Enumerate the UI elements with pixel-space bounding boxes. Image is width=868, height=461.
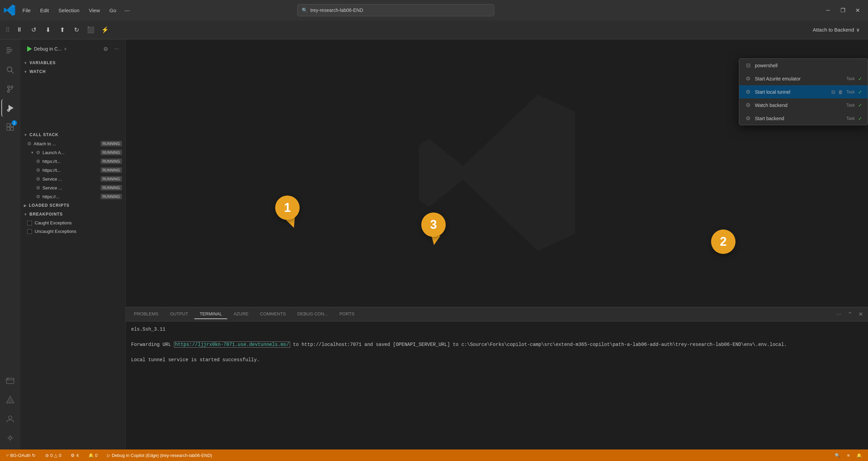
- terminal-more-button[interactable]: ···: [834, 310, 844, 319]
- tab-ports[interactable]: PORTS: [334, 309, 360, 319]
- titlebar-search-bar[interactable]: 🔍 trey-research-lab06-END: [297, 4, 494, 16]
- uncaught-exceptions-checkbox[interactable]: [27, 229, 32, 234]
- terminal-maximize-button[interactable]: ⌃: [845, 310, 854, 319]
- dropdown-tag: Task: [846, 90, 855, 94]
- step-into-button[interactable]: ⬆: [56, 24, 68, 35]
- call-stack-item[interactable]: ⚙ https://t... RUNNING: [20, 166, 125, 174]
- activity-source-control[interactable]: [1, 80, 19, 98]
- menu-selection[interactable]: Selection: [54, 6, 84, 15]
- activity-remote-explorer[interactable]: [1, 372, 19, 390]
- terminal-panel: PROBLEMS OUTPUT TERMINAL AZURE COMMENTS …: [126, 307, 868, 449]
- breakpoints-section-header[interactable]: ▼ BREAKPOINTS: [20, 210, 125, 219]
- activity-settings[interactable]: [1, 429, 19, 447]
- minimize-button[interactable]: ─: [821, 4, 835, 16]
- svg-point-21: [8, 416, 12, 419]
- terminal-url-link[interactable]: https://ljjrx0kn-7071.use.devtunnels.ms/: [174, 342, 290, 348]
- dropdown-item-start-local-tunnel[interactable]: ⚙ Start local tunnel ⊟ 🗑 Task ✓: [739, 85, 868, 98]
- chevron-down-icon: ∨: [64, 47, 67, 51]
- caught-exceptions-checkbox[interactable]: [27, 221, 32, 225]
- debug-configuration-select[interactable]: Attach to Backend ∨: [810, 25, 863, 34]
- status-zoom-button[interactable]: 🔍: [833, 452, 842, 459]
- terminal-dropdown-menu: ⊟ powershell ⚙ Start Azurite emulator Ta…: [739, 58, 868, 125]
- debug-info-label: Debug in Copilot (Edge) (trey-research-l…: [112, 453, 212, 458]
- tab-output[interactable]: OUTPUT: [164, 309, 193, 319]
- tab-problems[interactable]: PROBLEMS: [128, 309, 164, 319]
- activity-run-debug[interactable]: [1, 99, 19, 117]
- call-stack-item-label: https://t...: [42, 159, 99, 164]
- variables-section-header[interactable]: ▼ VARIABLES: [20, 58, 125, 67]
- call-stack-item[interactable]: ⚙ Attach to ... RUNNING: [20, 139, 125, 148]
- running-badge: RUNNING: [101, 194, 122, 199]
- activity-extensions[interactable]: 2: [1, 118, 19, 136]
- status-debug-info[interactable]: ▷ Debug in Copilot (Edge) (trey-research…: [105, 452, 214, 459]
- terminal-tabs-bar: PROBLEMS OUTPUT TERMINAL AZURE COMMENTS …: [126, 307, 868, 321]
- menu-file[interactable]: File: [18, 6, 35, 15]
- restart-button[interactable]: ↺: [28, 24, 40, 35]
- status-source-control[interactable]: ⑂ BG-OAuth ↻: [4, 452, 38, 459]
- svg-rect-2: [6, 51, 12, 52]
- activity-search[interactable]: [1, 61, 19, 79]
- debug-config-label: Attach to Backend: [813, 27, 854, 33]
- pause-button[interactable]: ⏸: [13, 24, 25, 35]
- status-notifications[interactable]: 🔔 0: [86, 452, 100, 459]
- running-badge: RUNNING: [101, 176, 122, 182]
- titlebar-window-controls: ─ ❐ ✕: [821, 4, 865, 16]
- menu-view[interactable]: View: [85, 6, 104, 15]
- run-debug-button[interactable]: Debug in C... ∨: [24, 45, 70, 53]
- close-button[interactable]: ✕: [851, 4, 865, 16]
- tab-debug-console[interactable]: DEBUG CON...: [292, 309, 333, 319]
- terminal-close-button[interactable]: ✕: [856, 310, 865, 319]
- dropdown-item-start-azurite[interactable]: ⚙ Start Azurite emulator Task ✓: [739, 72, 868, 85]
- restore-button[interactable]: ❐: [836, 4, 850, 16]
- tab-azure[interactable]: AZURE: [228, 309, 254, 319]
- debug-extra-button[interactable]: ⚡: [99, 24, 111, 35]
- gear-icon: ⚙: [745, 102, 751, 108]
- gear-icon: ⚙: [36, 176, 40, 182]
- watch-section-header[interactable]: ▼ WATCH: [20, 67, 125, 76]
- warning-count: 0: [59, 453, 61, 458]
- running-badge: RUNNING: [101, 185, 122, 190]
- menu-go[interactable]: Go: [105, 6, 120, 15]
- call-stack-item-label: Service ...: [42, 185, 99, 190]
- step-over-button[interactable]: ⬇: [42, 24, 54, 35]
- dropdown-item-powershell[interactable]: ⊟ powershell: [739, 59, 868, 72]
- call-stack-item[interactable]: ⚙ Service ... RUNNING: [20, 174, 125, 183]
- tab-terminal[interactable]: TERMINAL: [194, 309, 228, 319]
- dropdown-item-watch-backend[interactable]: ⚙ Watch backend Task ✓: [739, 98, 868, 112]
- continue-button[interactable]: ↻: [70, 24, 83, 35]
- call-stack-item[interactable]: ▼ ⚙ Launch A... RUNNING: [20, 148, 125, 157]
- call-stack-item[interactable]: ⚙ https://... RUNNING: [20, 192, 125, 201]
- status-errors[interactable]: ⊘ 0 △ 0: [43, 452, 63, 459]
- call-stack-item[interactable]: ⚙ https://t... RUNNING: [20, 157, 125, 166]
- loaded-scripts-label: LOADED SCRIPTS: [29, 203, 69, 208]
- annotation-3-circle: 3: [421, 213, 446, 237]
- extensions-badge: 2: [12, 120, 17, 126]
- titlebar-menu: File Edit Selection View Go ···: [18, 5, 133, 16]
- error-icon: ⊘: [45, 453, 49, 458]
- more-actions-button[interactable]: ···: [112, 44, 121, 54]
- menu-edit[interactable]: Edit: [36, 6, 53, 15]
- activity-azure[interactable]: [1, 391, 19, 409]
- gear-icon: ⚙: [745, 75, 751, 82]
- error-count: 0: [50, 453, 53, 458]
- loaded-scripts-section-header[interactable]: ▶ LOADED SCRIPTS: [20, 201, 125, 210]
- tab-comments[interactable]: COMMENTS: [255, 309, 291, 319]
- gear-icon: ⚙: [745, 89, 751, 95]
- settings-gear-button[interactable]: ⚙: [101, 44, 110, 54]
- stop-button[interactable]: ⬛: [85, 24, 97, 35]
- dropdown-tag: Task: [846, 116, 855, 121]
- sidebar-header: Debug in C... ∨ ⚙ ···: [20, 39, 125, 58]
- menu-more[interactable]: ···: [122, 5, 133, 16]
- activity-explorer[interactable]: [1, 42, 19, 60]
- call-stack-item[interactable]: ⚙ Service ... RUNNING: [20, 183, 125, 192]
- status-layout-button[interactable]: ≡: [845, 452, 852, 459]
- terminal-line-1: els.Ssh_3.11: [131, 326, 863, 333]
- svg-rect-1: [6, 49, 13, 50]
- status-tasks[interactable]: ⚙ 4: [69, 452, 81, 459]
- call-stack-item-label: https://t...: [42, 168, 99, 173]
- running-badge: RUNNING: [101, 167, 122, 173]
- status-notifications-button[interactable]: 🔔: [854, 452, 864, 459]
- activity-account[interactable]: [1, 410, 19, 428]
- dropdown-item-start-backend[interactable]: ⚙ Start backend Task ✓: [739, 112, 868, 125]
- call-stack-section-header[interactable]: ▼ CALL STACK: [20, 130, 125, 139]
